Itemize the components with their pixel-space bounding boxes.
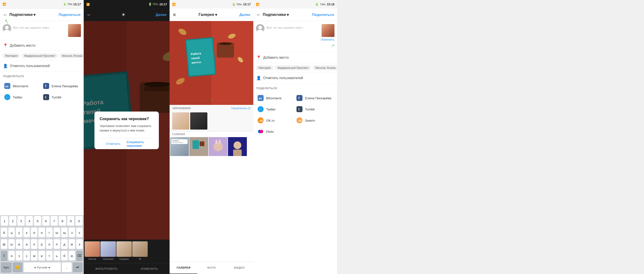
key-г[interactable]: г — [46, 227, 52, 237]
tag-chip-4-1[interactable]: Федеральный Проспект — [275, 65, 311, 70]
compose-placeholder-1[interactable]: Вот тут вы пишете текст — [13, 24, 66, 30]
tag-chip-1[interactable]: Федеральный Проспект — [22, 53, 58, 58]
share-item-tw[interactable]: 🐦 Twitter — [3, 92, 42, 103]
key-о[interactable]: о — [46, 239, 52, 249]
key-а[interactable]: а — [24, 239, 30, 249]
tab-photo[interactable]: ФОТО — [198, 262, 226, 274]
gallery-mini-3[interactable] — [209, 137, 228, 156]
key-7[interactable]: 7 — [51, 216, 58, 226]
key-р[interactable]: р — [38, 239, 45, 249]
key-с[interactable]: с — [24, 251, 30, 261]
back-button-1[interactable]: ← — [3, 12, 8, 18]
filter-btn[interactable]: ФИЛЬТРОВАТЬ — [95, 267, 118, 270]
key-3[interactable]: 3 — [18, 216, 25, 226]
gallery-mini-4[interactable] — [228, 137, 247, 156]
key-ч[interactable]: ч — [16, 251, 22, 261]
key-й[interactable]: й — [1, 227, 7, 237]
key-б[interactable]: б — [61, 251, 68, 261]
share-item-4-ok[interactable]: ok OK.ru — [256, 115, 295, 126]
share-item-fb[interactable]: f Елена Пискарёва — [42, 80, 81, 92]
key-м[interactable]: м — [31, 251, 37, 261]
key-space[interactable]: ◄ Русский ► — [24, 262, 61, 272]
share-item-4-tumblr[interactable]: t Tumblr — [295, 104, 334, 115]
share-item-4-flickr[interactable]: Flickr — [256, 126, 295, 137]
draft-thumb-2[interactable] — [190, 112, 207, 130]
key-ф[interactable]: ф — [1, 239, 7, 249]
key-shift[interactable]: ⇧ — [1, 251, 7, 261]
key-ш[interactable]: ш — [54, 227, 60, 237]
share-item-4-fb[interactable]: f Елена Пискарёва — [295, 92, 334, 104]
next-button-3[interactable]: Далее — [239, 13, 250, 17]
dropdown-icon-4[interactable]: ▾ — [287, 13, 289, 17]
key-н[interactable]: н — [38, 227, 45, 237]
share-item-4-swarm[interactable]: sw Swarm — [295, 115, 334, 126]
change-image-link[interactable]: Изменить — [321, 38, 334, 41]
filter-gingham[interactable]: Gingham — [116, 241, 132, 261]
filter-normal[interactable]: Normal — [84, 241, 100, 261]
key-1[interactable]: 1 — [1, 216, 8, 226]
dialog-cancel-button[interactable]: Отменить — [100, 138, 127, 149]
dropdown-icon-1[interactable]: ▾ — [34, 13, 36, 17]
key-д[interactable]: д — [61, 239, 68, 249]
key-ц[interactable]: ц — [8, 227, 15, 237]
gallery-mini-1[interactable]: Сохранить... Черновики позволяют... — [170, 137, 189, 156]
share-button-4[interactable]: Поделиться — [312, 13, 334, 17]
share-item-tumblr[interactable]: t Tumblr — [42, 92, 81, 103]
back-button-4[interactable]: ← — [256, 12, 261, 18]
key-ж[interactable]: ж — [69, 239, 75, 249]
close-button-3[interactable]: ✕ — [172, 12, 176, 18]
key-sym[interactable]: Sym — [1, 262, 12, 272]
key-ю[interactable]: ю — [69, 251, 75, 261]
key-0[interactable]: 0 — [75, 216, 83, 226]
key-э[interactable]: э — [76, 239, 83, 249]
key-л[interactable]: л — [54, 239, 60, 249]
key-у[interactable]: у — [16, 227, 22, 237]
key-ы[interactable]: ы — [8, 239, 15, 249]
brightness-icon[interactable]: ☀ — [121, 12, 126, 18]
share-item-4-tw[interactable]: 🐦 Twitter — [256, 104, 295, 115]
gallery-dropdown-icon[interactable]: ▾ — [215, 13, 217, 17]
key-щ[interactable]: щ — [61, 227, 68, 237]
location-row-4[interactable]: 📍 Добавить место — [253, 52, 337, 63]
next-button-2[interactable]: Далее — [156, 13, 166, 17]
key-enter[interactable]: ↵ — [73, 262, 83, 272]
compose-placeholder-4[interactable]: Вот тут вы пишете текст — [266, 24, 319, 30]
key-к[interactable]: к — [24, 227, 30, 237]
dialog-save-button[interactable]: Сохранить черновик — [127, 138, 154, 149]
filter-m[interactable]: M — [132, 241, 148, 261]
key-е[interactable]: е — [31, 227, 37, 237]
location-row-1[interactable]: 📍 Добавить место — [0, 40, 84, 51]
key-я[interactable]: я — [8, 251, 15, 261]
key-8[interactable]: 8 — [59, 216, 66, 226]
tag-chip-2[interactable]: Moscow, Russia — [60, 53, 84, 58]
edit-btn[interactable]: ИЗМЕНИТЬ — [141, 267, 158, 270]
key-и[interactable]: и — [38, 251, 45, 261]
key-period[interactable]: . — [62, 262, 72, 272]
tag-chip-4-2[interactable]: Moscow, Russia — [313, 65, 337, 70]
mention-row-1[interactable]: 👤 Отметить пользователей — [0, 61, 84, 72]
key-ь[interactable]: ь — [54, 251, 60, 261]
key-2[interactable]: 2 — [9, 216, 16, 226]
share-button-1[interactable]: Поделиться — [58, 13, 80, 17]
key-т[interactable]: т — [46, 251, 52, 261]
drafts-manage[interactable]: Управление (2) — [231, 107, 251, 110]
mention-row-4[interactable]: 👤 Отметить пользователей — [253, 73, 337, 84]
share-item-vk[interactable]: вк ВКонтакте — [3, 80, 42, 92]
key-х[interactable]: х — [76, 227, 83, 237]
key-del[interactable]: ⌫ — [76, 251, 83, 261]
tag-chip-0[interactable]: Якитория — [2, 53, 20, 58]
key-з[interactable]: з — [69, 227, 75, 237]
key-5[interactable]: 5 — [34, 216, 41, 226]
tab-gallery[interactable]: ГАЛЕРЕЯ — [170, 262, 198, 274]
key-в[interactable]: в — [16, 239, 22, 249]
key-4[interactable]: 4 — [26, 216, 33, 226]
key-9[interactable]: 9 — [67, 216, 74, 226]
filter-clarendon[interactable]: Clarendon — [100, 241, 116, 261]
share-item-4-vk[interactable]: вк ВКонтакте — [256, 92, 295, 104]
tab-video[interactable]: ВИДЕО — [226, 262, 253, 274]
key-п[interactable]: п — [31, 239, 37, 249]
key-emoji[interactable]: 😊 — [13, 262, 22, 272]
draft-thumb-1[interactable] — [172, 112, 189, 130]
key-6[interactable]: 6 — [42, 216, 50, 226]
back-button-2[interactable]: ← — [87, 12, 92, 18]
